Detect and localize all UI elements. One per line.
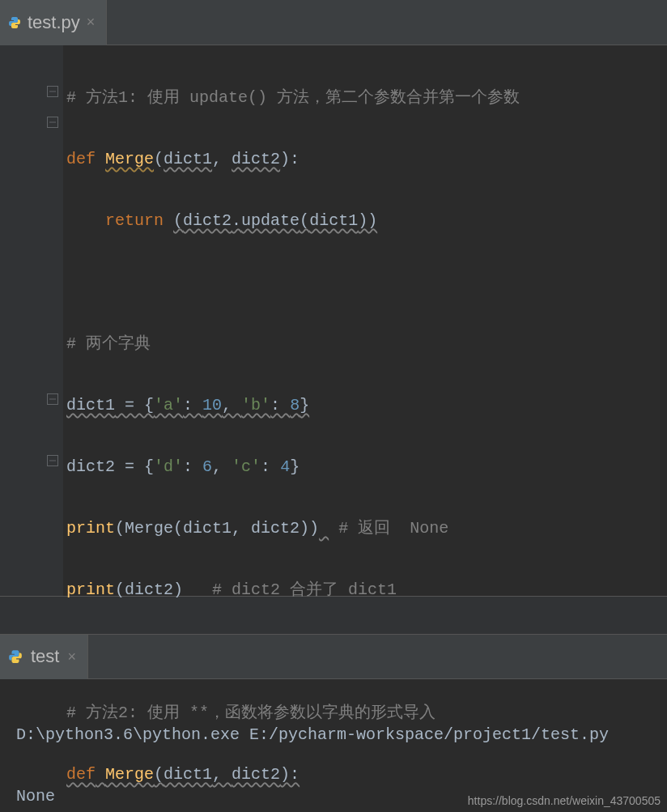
kw-def: def (66, 150, 96, 168)
param: dict2 (232, 765, 280, 784)
fold-minus-icon[interactable] (45, 84, 60, 99)
editor-tab-test-py[interactable]: test.py × (0, 0, 107, 45)
param: dict1 (164, 765, 212, 784)
var: dict2 (66, 457, 115, 476)
editor-tab-label: test.py (28, 12, 80, 33)
string: 'd' (154, 457, 183, 476)
code-content[interactable]: # 方法1: 使用 update() 方法，第二个参数合并第一个参数 def M… (63, 45, 667, 596)
fold-minus-icon[interactable] (45, 115, 60, 130)
builtin-print: print (66, 519, 115, 538)
editor-gutter (0, 45, 63, 596)
param: dict2 (232, 150, 280, 168)
number: 6 (202, 457, 212, 476)
code-comment: # dict2 合并了 dict1 (212, 580, 397, 599)
arg: dict2 (125, 580, 173, 599)
method: update (241, 211, 300, 230)
code-comment: # 返回 None (338, 519, 448, 538)
param: dict1 (164, 150, 212, 168)
number: 10 (202, 396, 222, 415)
number: 8 (290, 396, 300, 415)
arg: dict2 (251, 519, 300, 538)
name: dict2 (183, 211, 232, 230)
python-file-icon (8, 16, 21, 29)
builtin-print: print (66, 580, 115, 599)
string: 'a' (154, 396, 183, 415)
python-run-icon (8, 649, 23, 664)
kw-return: return (105, 211, 164, 230)
string: 'b' (241, 396, 270, 415)
fn-name: Merge (105, 765, 154, 784)
code-comment: # 两个字典 (66, 334, 151, 353)
code-comment: # 方法2: 使用 **，函数将参数以字典的形式导入 (66, 704, 435, 722)
fold-minus-icon[interactable] (45, 453, 60, 468)
var: dict1 (66, 396, 115, 415)
run-tab-label: test (31, 646, 59, 667)
fn-name: Merge (105, 150, 154, 168)
kw-def: def (66, 765, 96, 784)
string: 'c' (232, 457, 261, 476)
call: Merge (125, 519, 173, 538)
editor-tab-bar: test.py × (0, 0, 667, 45)
arg: dict1 (183, 519, 232, 538)
number: 4 (280, 457, 290, 476)
code-comment: # 方法1: 使用 update() 方法，第二个参数合并第一个参数 (66, 88, 520, 107)
name: dict1 (309, 211, 358, 230)
fold-minus-icon[interactable] (45, 392, 60, 406)
close-icon[interactable]: × (87, 14, 96, 31)
code-editor[interactable]: # 方法1: 使用 update() 方法，第二个参数合并第一个参数 def M… (0, 45, 667, 596)
watermark-text: https://blog.csdn.net/weixin_43700505 (468, 794, 661, 807)
